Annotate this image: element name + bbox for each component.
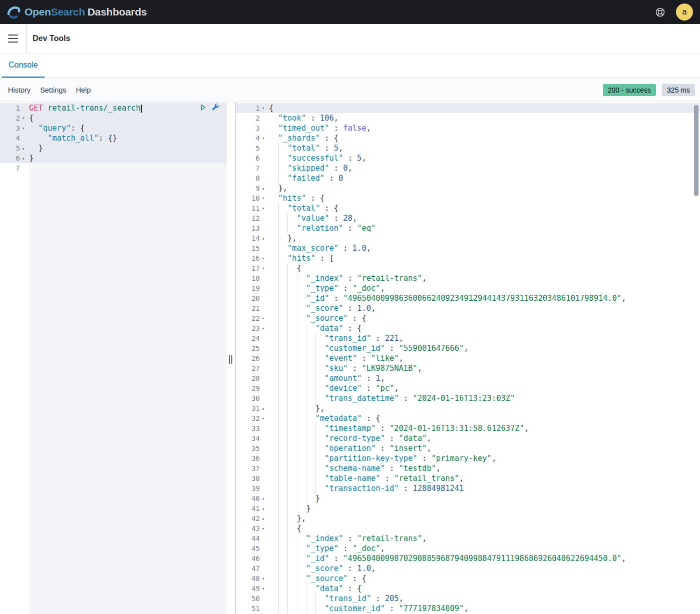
- menu-item-history[interactable]: History: [8, 86, 31, 94]
- response-code-line[interactable]: 27"sku" : "LK9875NAIB",: [236, 363, 700, 373]
- fold-toggle-icon[interactable]: ▾: [260, 583, 269, 593]
- response-code-line[interactable]: 16▾"hits" : [: [236, 253, 700, 263]
- response-code-line[interactable]: 14▴},: [236, 233, 700, 243]
- request-code-line[interactable]: 5▴}: [0, 143, 227, 153]
- response-code-line[interactable]: 47"_score" : 1.0,: [236, 563, 700, 573]
- fold-toggle-icon[interactable]: ▾: [260, 193, 269, 203]
- fold-toggle-icon[interactable]: ▴: [260, 513, 269, 523]
- response-code-line[interactable]: 50"trans_id" : 205,: [236, 593, 700, 603]
- response-code-line[interactable]: 12"value" : 28,: [236, 213, 700, 223]
- fold-toggle-icon[interactable]: ▴: [260, 183, 269, 193]
- request-code-line[interactable]: 2▾{: [0, 113, 227, 123]
- response-code-line[interactable]: 46"_id" : "49650400998702908859687940998…: [236, 553, 700, 563]
- fold-toggle-icon[interactable]: ▾: [260, 103, 269, 113]
- fold-toggle-icon[interactable]: ▴: [20, 153, 29, 163]
- response-code-line[interactable]: 43▾{: [236, 523, 700, 533]
- fold-toggle-icon[interactable]: ▾: [20, 113, 29, 123]
- send-request-button[interactable]: [199, 104, 207, 112]
- response-code-line[interactable]: 23▾"data" : {: [236, 323, 700, 333]
- response-code-line[interactable]: 42▴},: [236, 513, 700, 523]
- response-scrollbar[interactable]: [693, 104, 699, 612]
- response-code-line[interactable]: 4▾"_shards" : {: [236, 133, 700, 143]
- response-code-line[interactable]: 28"amount" : 1,: [236, 373, 700, 383]
- fold-toggle-icon[interactable]: ▾: [260, 263, 269, 273]
- response-code-line[interactable]: 29"device" : "pc",: [236, 383, 700, 393]
- response-code-line[interactable]: 36"partition-key-type" : "primary-key",: [236, 453, 700, 463]
- response-code-line[interactable]: 11▾"total" : {: [236, 203, 700, 213]
- request-code-line[interactable]: 3▾"query": {: [0, 123, 227, 133]
- response-code-line[interactable]: 35"operation" : "insert",: [236, 443, 700, 453]
- response-code-line[interactable]: 37"schema-name" : "testdb",: [236, 463, 700, 473]
- response-code-line[interactable]: 20"_id" : "49650400998636006624092349129…: [236, 293, 700, 303]
- response-code-line[interactable]: 30"trans_datetime" : "2024-01-16T13:23:0…: [236, 393, 700, 403]
- response-code-line[interactable]: 3"timed_out" : false,: [236, 123, 700, 133]
- response-code-line[interactable]: 32▾"metadata" : {: [236, 413, 700, 423]
- fold-toggle-icon[interactable]: ▴: [20, 143, 29, 153]
- response-code-line[interactable]: 40▴}: [236, 493, 700, 503]
- response-code-line[interactable]: 15"max_score" : 1.0,: [236, 243, 700, 253]
- code-text: "_source" : {: [269, 573, 367, 583]
- panel-splitter[interactable]: [227, 102, 235, 614]
- opensearch-logo[interactable]: OpenSearchDashboards: [7, 6, 147, 19]
- request-editor[interactable]: 1GET retail-trans/_search2▾{3▾"query": {…: [0, 102, 227, 614]
- response-code-line[interactable]: 10▾"hits" : {: [236, 193, 700, 203]
- request-code-line[interactable]: 7: [0, 163, 227, 173]
- response-code-line[interactable]: 26"event" : "like",: [236, 353, 700, 363]
- response-code-line[interactable]: 33"timestamp" : "2024-01-16T13:31:58.612…: [236, 423, 700, 433]
- fold-toggle-icon[interactable]: ▴: [260, 403, 269, 413]
- response-code-line[interactable]: 5"total" : 5,: [236, 143, 700, 153]
- response-code-line[interactable]: 13"relation" : "eq": [236, 223, 700, 233]
- request-code-line[interactable]: 1GET retail-trans/_search: [0, 103, 227, 113]
- response-code-line[interactable]: 48▾"_source" : {: [236, 573, 700, 583]
- line-gutter: 50: [236, 593, 269, 603]
- response-code-line[interactable]: 34"record-type" : "data",: [236, 433, 700, 443]
- fold-toggle-icon[interactable]: ▴: [260, 493, 269, 503]
- response-code-line[interactable]: 21"_score" : 1.0,: [236, 303, 700, 313]
- request-code-line[interactable]: 6▴}: [0, 153, 227, 163]
- fold-toggle-icon[interactable]: ▾: [260, 573, 269, 583]
- menu-item-help[interactable]: Help: [76, 86, 91, 94]
- fold-toggle-icon[interactable]: ▾: [260, 323, 269, 333]
- fold-toggle-icon[interactable]: ▾: [260, 413, 269, 423]
- response-code-line[interactable]: 31▴},: [236, 403, 700, 413]
- response-code-line[interactable]: 8"failed" : 0: [236, 173, 700, 183]
- fold-toggle-icon[interactable]: ▴: [260, 233, 269, 243]
- fold-toggle-icon[interactable]: ▾: [260, 523, 269, 533]
- response-code-line[interactable]: 49▾"data" : {: [236, 583, 700, 593]
- response-viewer[interactable]: 1▾{2"took" : 106,3"timed_out" : false,4▾…: [235, 102, 700, 614]
- indent-guide: [278, 163, 288, 173]
- response-code-line[interactable]: 45"_type" : "_doc",: [236, 543, 700, 553]
- tab-console[interactable]: Console: [2, 54, 45, 78]
- response-code-line[interactable]: 39"transaction-id" : 12884981241: [236, 483, 700, 493]
- response-code-line[interactable]: 17▾{: [236, 263, 700, 273]
- response-code-line[interactable]: 18"_index" : "retail-trans",: [236, 273, 700, 283]
- request-code-line[interactable]: 4"match_all": {}: [0, 133, 227, 143]
- response-code-line[interactable]: 41▴}: [236, 503, 700, 513]
- code-text: "_shards" : {: [269, 133, 338, 143]
- fold-toggle-icon[interactable]: ▾: [260, 133, 269, 143]
- fold-toggle-icon[interactable]: ▴: [260, 503, 269, 513]
- response-code-line[interactable]: 9▴},: [236, 183, 700, 193]
- fold-toggle-icon[interactable]: ▾: [260, 253, 269, 263]
- response-code-line[interactable]: 22▾"_source" : {: [236, 313, 700, 323]
- help-menu-button[interactable]: [654, 7, 665, 18]
- user-avatar[interactable]: a: [676, 4, 693, 21]
- fold-toggle-icon[interactable]: ▾: [260, 203, 269, 213]
- response-code-line[interactable]: 2"took" : 106,: [236, 113, 700, 123]
- response-code-line[interactable]: 38"table-name" : "retail_trans",: [236, 473, 700, 483]
- fold-toggle-icon[interactable]: ▾: [20, 123, 29, 133]
- response-code-line[interactable]: 6"successful" : 5,: [236, 153, 700, 163]
- response-code-line[interactable]: 24"trans_id" : 221,: [236, 333, 700, 343]
- scrollbar-thumb[interactable]: [694, 105, 698, 196]
- response-code-line[interactable]: 25"customer_id" : "559001647666",: [236, 343, 700, 353]
- fold-toggle-icon[interactable]: ▾: [260, 313, 269, 323]
- request-options-button[interactable]: [211, 104, 219, 112]
- response-code-line[interactable]: 51"customer_id" : "777197834009",: [236, 603, 700, 613]
- response-code-line[interactable]: 44"_index" : "retail-trans",: [236, 533, 700, 543]
- response-code-line[interactable]: 1▾{: [236, 103, 700, 113]
- menu-item-settings[interactable]: Settings: [40, 86, 66, 94]
- response-code-line[interactable]: 19"_type" : "_doc",: [236, 283, 700, 293]
- response-code-line[interactable]: 7"skipped" : 0,: [236, 163, 700, 173]
- hamburger-menu-button[interactable]: [0, 24, 27, 53]
- line-gutter: 3: [236, 123, 269, 133]
